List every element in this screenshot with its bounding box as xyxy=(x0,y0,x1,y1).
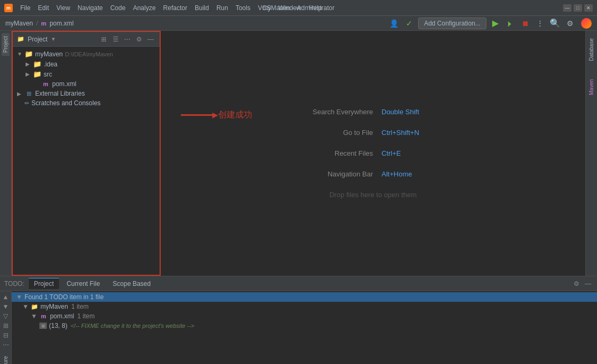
panel-dropdown-icon[interactable]: ▼ xyxy=(51,36,56,42)
todo-folder-icon: 📁 xyxy=(31,303,38,310)
title-bar: m File Edit View Navigate Code Analyze R… xyxy=(0,0,597,16)
src-folder-icon: 📁 xyxy=(33,70,42,78)
shortcut-file-key: Ctrl+Shift+N xyxy=(382,129,419,137)
external-label: External Libraries xyxy=(35,90,85,97)
idea-folder-icon: 📁 xyxy=(33,60,42,68)
expand-icon[interactable]: ⊞ xyxy=(1,322,11,329)
menu-code[interactable]: Code xyxy=(107,3,129,13)
minimize-button[interactable]: — xyxy=(563,4,571,12)
tree-external-item[interactable]: ▶ ⊞ External Libraries xyxy=(13,89,160,98)
run-button[interactable]: ▶ xyxy=(490,18,501,29)
todo-settings-button[interactable]: ⚙ xyxy=(571,279,581,289)
stop-button[interactable]: ⏹ xyxy=(519,18,531,29)
tree-root-item[interactable]: ▼ 📁 myMaven D:\IDEA\myMaven xyxy=(13,49,160,59)
todo-maven-count: 1 item xyxy=(71,303,89,310)
toolbar-right: 👤 ✓ Add Configuration... ▶ ⏵ ⏹ ⋮ 🔍 ⚙ xyxy=(388,18,592,29)
shortcut-nav-key: Alt+Home xyxy=(382,170,412,178)
resume-button[interactable]: ⏵ xyxy=(504,18,516,29)
tree-pom-item[interactable]: m pom.xml xyxy=(13,79,160,89)
search-everywhere-button[interactable]: 🔍 xyxy=(549,18,561,29)
todo-summary-text: Found 1 TODO item in 1 file xyxy=(24,293,104,301)
toolbar-bar: myMaven / m pom.xml 👤 ✓ Add Configuratio… xyxy=(0,16,597,31)
scroll-up-icon[interactable]: ▲ xyxy=(1,293,11,301)
menu-navigate[interactable]: Navigate xyxy=(74,3,106,13)
shortcut-recent: Recent Files Ctrl+E xyxy=(298,149,447,157)
scroll-down-icon[interactable]: ▼ xyxy=(1,303,11,310)
todo-tab-current-file[interactable]: Current File xyxy=(61,278,105,289)
panel-icon-3[interactable]: ⋯ xyxy=(122,35,132,44)
todo-tab-scope-based[interactable]: Scope Based xyxy=(107,278,156,289)
root-label: myMaven xyxy=(35,50,63,58)
todo-maven-label: myMaven xyxy=(40,303,68,310)
tree-scratch-item[interactable]: ✏ Scratches and Consoles xyxy=(13,98,160,108)
maven-tab[interactable]: Maven xyxy=(587,76,595,98)
shortcut-recent-key: Ctrl+E xyxy=(382,149,401,157)
panel-icon-2[interactable]: ☰ xyxy=(111,35,120,44)
menu-analyze[interactable]: Analyze xyxy=(130,3,159,13)
todo-location: (13, 8) xyxy=(49,322,68,329)
breadcrumb-file[interactable]: pom.xml xyxy=(49,20,73,27)
drop-files-text: Drop files here to open them xyxy=(329,191,417,199)
profile-button[interactable]: 👤 xyxy=(388,18,400,29)
database-tab[interactable]: Database xyxy=(587,35,595,64)
menu-file[interactable]: File xyxy=(17,3,34,13)
filter-icon[interactable]: ▽ xyxy=(1,312,11,320)
collapse-icon[interactable]: ⊟ xyxy=(1,332,11,339)
more-tools-button[interactable]: ⋮ xyxy=(534,18,546,29)
todo-content: ▼ Found 1 TODO item in 1 file ▼ 📁 myMave… xyxy=(12,291,597,364)
tree-idea-item[interactable]: ▶ 📁 .idea xyxy=(13,59,160,69)
tree-src-item[interactable]: ▶ 📁 src xyxy=(13,69,160,79)
menu-refactor[interactable]: Refactor xyxy=(160,3,190,13)
todo-pom-item[interactable]: ▼ m pom.xml 1 item xyxy=(12,311,597,321)
todo-entry-item[interactable]: ▣ (13, 8) <!-- FIXME change it to the pr… xyxy=(12,321,597,331)
todo-minimize-button[interactable]: — xyxy=(583,279,593,289)
todo-tab-bar: TODO: Project Current File Scope Based ⚙… xyxy=(0,276,597,291)
menu-tools[interactable]: Tools xyxy=(233,3,254,13)
todo-maven-item[interactable]: ▼ 📁 myMaven 1 item xyxy=(12,302,597,311)
shortcut-search: Search Everywhere Double Shift xyxy=(298,108,447,116)
menu-edit[interactable]: Edit xyxy=(35,3,52,13)
todo-left-icons: ▲ ▼ ▽ ⊞ ⊟ ⋯ Structure Favorites xyxy=(0,291,12,364)
project-tree: ▼ 📁 myMaven D:\IDEA\myMaven ▶ 📁 .idea ▶ … xyxy=(13,47,160,275)
panel-close-button[interactable]: — xyxy=(146,35,155,44)
add-configuration-button[interactable]: Add Configuration... xyxy=(418,18,486,29)
todo-maven-icon: m xyxy=(39,313,48,319)
library-icon: ⊞ xyxy=(24,90,33,97)
editor-area: Search Everywhere Double Shift Go to Fil… xyxy=(161,31,585,276)
todo-label: TODO: xyxy=(4,280,24,287)
scratch-icon: ✏ xyxy=(24,100,29,107)
structure-tab[interactable]: Structure xyxy=(3,356,9,364)
panel-icon-1[interactable]: ⊞ xyxy=(99,35,109,44)
breadcrumb-separator: / xyxy=(36,20,38,27)
todo-tab-project[interactable]: Project xyxy=(29,278,59,289)
shortcut-file: Go to File Ctrl+Shift+N xyxy=(298,129,447,137)
more-icon[interactable]: ⋯ xyxy=(1,341,11,349)
window-title: myMaven – Administrator xyxy=(262,4,334,12)
vcs-button[interactable]: ✓ xyxy=(403,18,415,29)
breadcrumb-project[interactable]: myMaven xyxy=(5,20,33,27)
folder-icon: 📁 xyxy=(17,36,24,43)
maven-icon: m xyxy=(42,81,50,87)
menu-view[interactable]: View xyxy=(53,3,73,13)
settings-button[interactable]: ⚙ xyxy=(564,18,576,29)
shortcut-file-label: Go to File xyxy=(298,129,373,137)
idea-label: .idea xyxy=(44,61,57,68)
panel-title: Project xyxy=(28,36,47,43)
jetbrains-logo xyxy=(581,18,592,29)
shortcut-nav: Navigation Bar Alt+Home xyxy=(298,170,447,178)
tree-arrow-ext: ▶ xyxy=(17,91,24,97)
todo-summary-item[interactable]: ▼ Found 1 TODO item in 1 file xyxy=(12,292,597,302)
right-side-panel: Database Maven xyxy=(585,31,597,276)
breadcrumb-file-icon: m xyxy=(41,20,46,27)
menu-run[interactable]: Run xyxy=(213,3,231,13)
pom-label: pom.xml xyxy=(52,80,76,88)
close-button[interactable]: ✕ xyxy=(584,4,593,12)
maximize-button[interactable]: □ xyxy=(574,4,582,12)
project-tab-vertical[interactable]: Project xyxy=(2,33,10,56)
menu-build[interactable]: Build xyxy=(192,3,212,13)
annotation-text: 创建成功 xyxy=(218,109,252,121)
todo-panel-icons: ⚙ — xyxy=(571,279,593,289)
panel-settings-button[interactable]: ⚙ xyxy=(134,35,144,44)
todo-code: <!-- FIXME change it to the project's we… xyxy=(71,323,195,329)
red-arrow xyxy=(181,114,213,116)
